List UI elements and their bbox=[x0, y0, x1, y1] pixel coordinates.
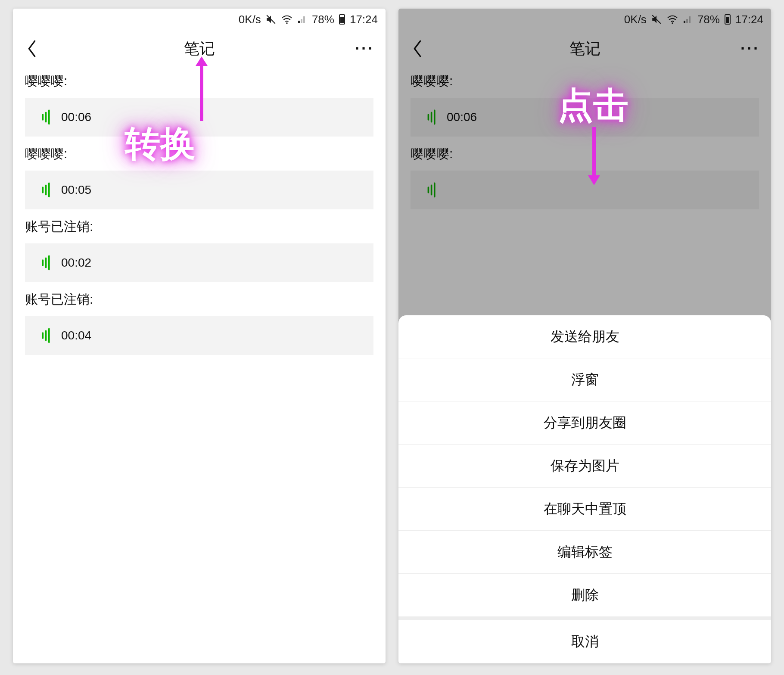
more-button[interactable]: ··· bbox=[740, 40, 762, 58]
battery-percent: 78% bbox=[697, 13, 720, 26]
option-send-to-friend[interactable]: 发送给朋友 bbox=[398, 315, 771, 358]
voice-message[interactable]: 00:06 bbox=[411, 98, 759, 137]
voice-message[interactable]: 00:06 bbox=[25, 98, 373, 137]
sender-label: 嘤嘤嘤: bbox=[25, 145, 373, 163]
voice-message[interactable]: 00:02 bbox=[25, 243, 373, 282]
voice-icon bbox=[426, 109, 439, 125]
voice-message[interactable] bbox=[411, 171, 759, 209]
signal-icon bbox=[297, 15, 308, 24]
wifi-icon bbox=[281, 15, 293, 24]
svg-rect-10 bbox=[726, 17, 729, 23]
option-share-moments[interactable]: 分享到朋友圈 bbox=[398, 401, 771, 445]
voice-icon bbox=[40, 255, 53, 271]
wifi-icon bbox=[666, 15, 678, 24]
svg-rect-4 bbox=[340, 17, 344, 23]
mute-icon bbox=[651, 14, 662, 25]
sender-label: 嘤嘤嘤: bbox=[411, 145, 759, 163]
phone-right: 0K/s 78% 17:24 笔记 ··· 嘤嘤嘤: 00: bbox=[398, 9, 771, 663]
voice-message[interactable]: 00:05 bbox=[25, 171, 373, 209]
note-content: 嘤嘤嘤: 00:06 嘤嘤嘤: bbox=[398, 67, 771, 213]
status-bar: 0K/s 78% 17:24 bbox=[13, 9, 386, 30]
duration: 00:02 bbox=[61, 256, 91, 270]
sender-label: 账号已注销: bbox=[25, 218, 373, 236]
voice-icon bbox=[40, 109, 53, 125]
voice-entry: 账号已注销: 00:02 bbox=[13, 213, 386, 286]
back-button[interactable] bbox=[407, 38, 428, 59]
net-speed: 0K/s bbox=[239, 13, 261, 26]
battery-icon bbox=[724, 14, 731, 25]
voice-icon bbox=[426, 182, 439, 198]
svg-rect-3 bbox=[341, 14, 343, 15]
option-save-as-image[interactable]: 保存为图片 bbox=[398, 445, 771, 488]
note-content: 嘤嘤嘤: 00:06 嘤嘤嘤: 00:05 账号已注销: bbox=[13, 67, 386, 358]
action-sheet: 发送给朋友 浮窗 分享到朋友圈 保存为图片 在聊天中置顶 编辑标签 删除 取消 bbox=[398, 315, 771, 663]
option-cancel[interactable]: 取消 bbox=[398, 620, 771, 663]
svg-rect-9 bbox=[726, 14, 729, 15]
option-delete[interactable]: 删除 bbox=[398, 574, 771, 617]
sender-label: 嘤嘤嘤: bbox=[25, 72, 373, 90]
voice-entry: 嘤嘤嘤: 00:05 bbox=[13, 140, 386, 213]
signal-icon bbox=[683, 15, 693, 24]
voice-entry: 嘤嘤嘤: bbox=[398, 140, 771, 213]
option-pin-in-chat[interactable]: 在聊天中置顶 bbox=[398, 488, 771, 531]
navbar: 笔记 ··· bbox=[398, 30, 771, 67]
page-title: 笔记 bbox=[184, 38, 215, 59]
more-button[interactable]: ··· bbox=[355, 40, 377, 58]
back-button[interactable] bbox=[22, 38, 42, 59]
option-edit-tags[interactable]: 编辑标签 bbox=[398, 531, 771, 574]
voice-entry: 嘤嘤嘤: 00:06 bbox=[398, 67, 771, 140]
svg-point-1 bbox=[286, 22, 288, 24]
battery-percent: 78% bbox=[312, 13, 334, 26]
status-bar: 0K/s 78% 17:24 bbox=[398, 9, 771, 30]
sender-label: 账号已注销: bbox=[25, 291, 373, 308]
sheet-spacer bbox=[398, 617, 771, 620]
battery-icon bbox=[339, 14, 345, 25]
duration: 00:05 bbox=[61, 183, 91, 197]
svg-point-7 bbox=[672, 22, 673, 24]
voice-icon bbox=[40, 328, 53, 343]
duration: 00:06 bbox=[61, 110, 91, 124]
option-float-window[interactable]: 浮窗 bbox=[398, 358, 771, 401]
voice-entry: 嘤嘤嘤: 00:06 bbox=[13, 67, 386, 140]
voice-icon bbox=[40, 182, 53, 198]
clock: 17:24 bbox=[350, 13, 378, 26]
voice-message[interactable]: 00:04 bbox=[25, 316, 373, 355]
navbar: 笔记 ··· bbox=[13, 30, 386, 67]
phone-left: 0K/s 78% 17:24 笔记 ··· 嘤嘤嘤: 00: bbox=[13, 9, 386, 663]
mute-icon bbox=[265, 14, 277, 25]
sender-label: 嘤嘤嘤: bbox=[411, 72, 759, 90]
page-title: 笔记 bbox=[569, 38, 600, 59]
voice-entry: 账号已注销: 00:04 bbox=[13, 286, 386, 358]
net-speed: 0K/s bbox=[624, 13, 647, 26]
clock: 17:24 bbox=[735, 13, 763, 26]
duration: 00:04 bbox=[61, 329, 91, 342]
duration: 00:06 bbox=[447, 110, 477, 124]
